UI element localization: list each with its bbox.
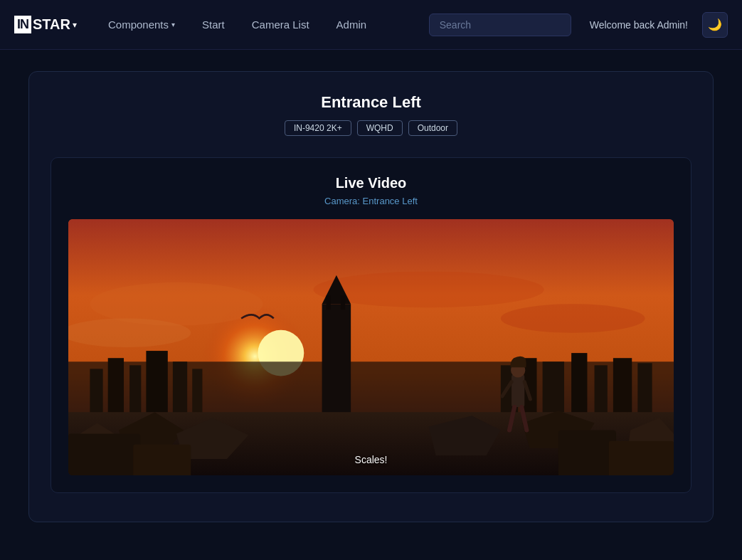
video-frame (68, 219, 674, 475)
main-content: Entrance Left IN-9420 2K+ WQHD Outdoor L… (0, 50, 742, 544)
search-box (429, 14, 571, 36)
dark-mode-icon: 🌙 (708, 18, 722, 31)
svg-rect-36 (512, 374, 524, 407)
video-frame-wrapper: Scales! (68, 219, 674, 475)
nav-start[interactable]: Start (192, 13, 235, 36)
dark-mode-button[interactable]: 🌙 (702, 12, 728, 38)
svg-rect-13 (192, 369, 202, 419)
camera-tags: IN-9420 2K+ WQHD Outdoor (51, 120, 691, 136)
logo-caret-icon: ▾ (73, 20, 77, 30)
welcome-text: Welcome back Admin! (590, 19, 688, 31)
nav-camera-list[interactable]: Camera List (242, 13, 319, 36)
svg-rect-33 (133, 445, 191, 475)
svg-rect-35 (609, 441, 674, 475)
svg-rect-24 (341, 295, 345, 310)
nav-components[interactable]: Components ▾ (98, 13, 185, 36)
nav-components-caret-icon: ▾ (171, 21, 175, 28)
svg-rect-20 (637, 363, 652, 419)
video-subtitle: Camera: Entrance Left (68, 196, 674, 206)
logo[interactable]: IN STAR ▾ (14, 16, 77, 33)
video-title: Live Video (68, 175, 674, 191)
svg-rect-8 (90, 369, 102, 419)
nav-admin[interactable]: Admin (327, 13, 377, 36)
video-scene-svg (68, 219, 674, 475)
tag-resolution: WQHD (357, 120, 403, 136)
svg-rect-16 (543, 361, 564, 419)
svg-rect-34 (558, 430, 616, 475)
svg-rect-12 (173, 361, 187, 419)
logo-star: STAR (33, 16, 70, 33)
logo-in: IN (14, 16, 31, 33)
camera-title: Entrance Left (51, 93, 691, 112)
svg-rect-11 (146, 351, 167, 419)
svg-rect-19 (613, 358, 632, 419)
tag-location: Outdoor (408, 120, 457, 136)
search-input[interactable] (429, 14, 571, 36)
nav-components-label: Components (108, 19, 169, 31)
camera-card: Entrance Left IN-9420 2K+ WQHD Outdoor L… (28, 71, 714, 522)
svg-rect-18 (595, 365, 608, 419)
svg-rect-21 (322, 304, 351, 419)
svg-rect-23 (327, 295, 331, 310)
tag-model: IN-9420 2K+ (285, 120, 351, 136)
video-card: Live Video Camera: Entrance Left (51, 157, 691, 493)
navbar: IN STAR ▾ Components ▾ Start Camera List… (0, 0, 742, 50)
svg-rect-10 (129, 365, 141, 419)
svg-rect-9 (108, 358, 124, 419)
svg-point-5 (501, 304, 645, 333)
svg-rect-32 (68, 434, 140, 475)
svg-rect-17 (571, 353, 587, 419)
video-overlay-text: Scales! (355, 454, 388, 465)
